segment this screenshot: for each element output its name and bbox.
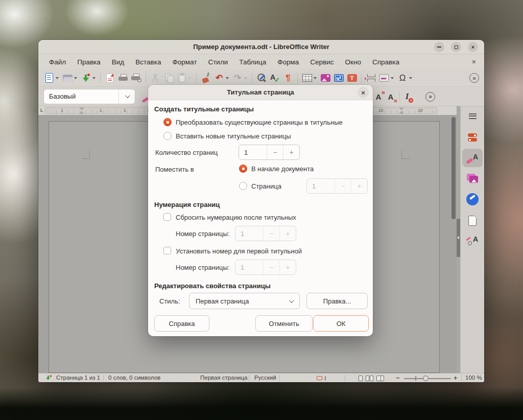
menu-view[interactable]: Вид <box>106 56 130 68</box>
insert-field-button[interactable] <box>377 71 396 85</box>
sidebar-properties-button[interactable] <box>462 129 483 146</box>
menu-insert[interactable]: Вставка <box>130 56 167 68</box>
page-count-decrease-button[interactable]: − <box>267 145 283 159</box>
indent-marker[interactable] <box>79 107 84 114</box>
save-button[interactable] <box>79 71 98 85</box>
cancel-button[interactable]: Отменить <box>255 315 313 332</box>
reset-numbering-label[interactable]: Сбросить нумерацию после титульных <box>176 214 296 221</box>
formatbar-overflow-button[interactable]: » <box>424 89 437 104</box>
subscript-button[interactable]: AB <box>385 89 397 104</box>
insert-chart-button[interactable] <box>332 71 345 85</box>
insert-table-button[interactable] <box>300 71 319 85</box>
save-state-icon[interactable] <box>45 375 52 381</box>
menu-tools[interactable]: Сервис <box>304 56 339 68</box>
sidebar-hide-handle[interactable] <box>457 219 460 257</box>
export-pdf-button[interactable] <box>103 71 116 85</box>
open-dropdown-icon[interactable] <box>74 77 77 79</box>
toolbar-overflow-button[interactable]: » <box>468 71 480 85</box>
dialog-close-button[interactable]: × <box>358 87 369 98</box>
single-page-view-icon[interactable] <box>359 376 363 381</box>
convert-pages-label[interactable]: Преобразовать существующие страницы в ти… <box>176 119 343 126</box>
menu-edit[interactable]: Правка <box>72 56 106 68</box>
table-dropdown-icon[interactable] <box>314 77 317 79</box>
sidebar-settings-button[interactable] <box>462 107 483 125</box>
ruler-number: 18 <box>418 108 422 113</box>
zoom-level-status[interactable]: 100 % <box>465 375 482 381</box>
close-button[interactable]: × <box>468 42 478 52</box>
page-position-label[interactable]: Страница <box>251 182 281 190</box>
page-count-value[interactable]: 1 <box>239 149 267 156</box>
edit-style-button[interactable]: Правка... <box>306 293 368 309</box>
new-document-dropdown-icon[interactable] <box>56 77 59 79</box>
right-indent-marker[interactable] <box>399 107 404 114</box>
sidebar-gallery-button[interactable] <box>462 170 483 187</box>
print-preview-button[interactable] <box>130 71 143 85</box>
page-break-button[interactable] <box>364 71 377 85</box>
menu-form[interactable]: Форма <box>272 56 304 68</box>
page-count-increase-button[interactable]: + <box>283 145 299 159</box>
field-dropdown-icon[interactable] <box>391 77 394 79</box>
ok-button[interactable]: ОК <box>313 315 369 332</box>
sidebar-page-button[interactable] <box>462 212 483 229</box>
style-combo-dropdown[interactable] <box>118 89 135 104</box>
zoom-in-button[interactable]: + <box>454 374 458 382</box>
word-count-status[interactable]: 0 слов, 0 символов <box>108 375 160 381</box>
new-document-button[interactable] <box>42 71 61 85</box>
set-first-number-checkbox[interactable] <box>163 247 171 254</box>
insert-text-box-button[interactable]: T <box>345 71 359 85</box>
book-view-icon[interactable] <box>376 376 384 381</box>
zoom-out-button[interactable]: − <box>396 374 400 382</box>
page-style-status[interactable]: Первая страница <box>200 375 247 381</box>
clear-formatting-button[interactable]: I× <box>402 89 415 104</box>
undo-button[interactable]: ↶ <box>212 71 231 85</box>
close-document-icon[interactable]: × <box>469 58 479 66</box>
titlebar[interactable]: Пример документа.odt - LibreOffice Write… <box>38 40 484 54</box>
reset-numbering-checkbox[interactable] <box>163 213 171 221</box>
menu-file[interactable]: Файл <box>43 56 72 68</box>
open-button[interactable] <box>61 71 79 85</box>
multi-page-view-icon[interactable] <box>366 376 373 381</box>
maximize-button[interactable] <box>451 42 461 52</box>
selection-mode-icon[interactable]: I <box>317 376 326 380</box>
page-style-dropdown[interactable]: Первая страница <box>189 293 300 309</box>
minimize-button[interactable] <box>434 42 444 52</box>
sidebar-navigator-button[interactable] <box>462 191 483 208</box>
text-boundary-corner <box>82 151 90 159</box>
menu-help[interactable]: Справка <box>367 56 405 68</box>
dialog-header[interactable]: Титульная страница × <box>148 85 373 100</box>
find-replace-button[interactable] <box>255 71 268 85</box>
clone-formatting-button[interactable] <box>199 71 212 85</box>
paragraph-style-combo[interactable]: Базовый <box>43 89 135 104</box>
document-start-radio[interactable] <box>239 165 247 173</box>
document-start-label[interactable]: В начале документа <box>251 165 314 173</box>
page-count-spinner[interactable]: 1 − + <box>239 145 300 160</box>
menu-window[interactable]: Окно <box>340 56 367 68</box>
sidebar-style-inspector-button[interactable]: A <box>462 231 483 249</box>
tab-stop-selector[interactable]: L <box>40 108 43 113</box>
zoom-slider-thumb[interactable] <box>423 376 429 381</box>
insert-pages-label[interactable]: Вставить новые титульные страницы <box>176 132 291 140</box>
page-count-status[interactable]: Страница 1 из 1 <box>56 375 100 381</box>
language-status[interactable]: Русский <box>254 375 276 381</box>
vertical-scrollbar[interactable] <box>451 117 456 219</box>
insert-pages-radio[interactable] <box>163 132 172 140</box>
page-position-radio[interactable] <box>239 182 247 190</box>
undo-dropdown-icon[interactable] <box>226 77 229 79</box>
menu-table[interactable]: Таблица <box>233 56 272 68</box>
dropdown-chevron[interactable] <box>282 299 299 303</box>
spellcheck-button[interactable]: A✓ <box>268 71 281 85</box>
menu-format[interactable]: Формат <box>167 56 202 68</box>
superscript-button[interactable]: AB <box>372 89 385 104</box>
sidebar-styles-button[interactable]: A <box>462 149 483 167</box>
menu-styles[interactable]: Стили <box>202 56 233 68</box>
insert-image-button[interactable] <box>319 71 332 85</box>
print-button[interactable] <box>116 71 130 85</box>
convert-pages-radio[interactable] <box>163 118 172 126</box>
special-character-dropdown-icon[interactable] <box>409 77 412 79</box>
formatting-marks-button[interactable]: ¶ <box>281 71 295 85</box>
help-button[interactable]: Справка <box>154 315 209 332</box>
save-dropdown-icon[interactable] <box>92 77 96 79</box>
special-character-button[interactable]: Ω <box>396 71 414 85</box>
set-first-number-label[interactable]: Установить номер для первой титульной <box>176 247 302 255</box>
menubar: Файл Правка Вид Вставка Формат Стили Таб… <box>38 54 484 69</box>
